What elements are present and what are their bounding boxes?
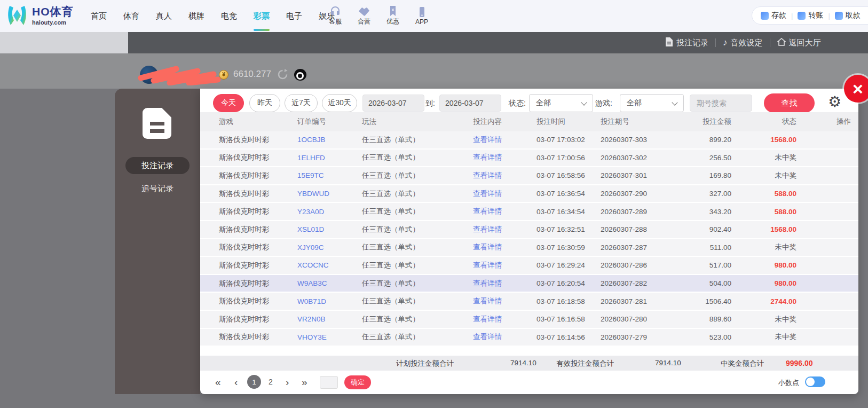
cell-amount: 343.20 bbox=[670, 208, 731, 216]
cell-amount: 899.20 bbox=[670, 136, 731, 144]
cell-game: 斯洛伐克时时彩 bbox=[219, 315, 297, 324]
nav-item[interactable]: 真人 bbox=[152, 0, 176, 32]
eye-icon[interactable] bbox=[294, 69, 306, 81]
close-icon[interactable]: × bbox=[844, 75, 868, 103]
cell-order-link[interactable]: YBDWUD bbox=[297, 190, 362, 198]
cell-detail-link[interactable]: 查看详情 bbox=[473, 135, 536, 145]
cell-period: 20260307-279 bbox=[601, 333, 670, 341]
brand-logo[interactable]: HO体育 haiouty.com bbox=[6, 4, 74, 29]
transfer-icon bbox=[798, 12, 806, 20]
nav-item[interactable]: 体育 bbox=[120, 0, 143, 32]
prev-page-button[interactable]: ‹ bbox=[234, 375, 238, 389]
planned-total-label: 计划投注金额合计 bbox=[396, 359, 454, 368]
cell-game: 斯洛伐克时时彩 bbox=[219, 261, 297, 270]
cell-detail-link[interactable]: 查看详情 bbox=[473, 296, 536, 306]
date-range-pill[interactable]: 近30天 bbox=[322, 94, 357, 112]
page-2-button[interactable]: 2 bbox=[269, 378, 273, 386]
confirm-page-button[interactable]: 确定 bbox=[344, 375, 371, 389]
cell-game: 斯洛伐克时时彩 bbox=[219, 189, 297, 199]
cell-order-link[interactable]: 1ELHFD bbox=[297, 154, 362, 162]
cell-detail-link[interactable]: 查看详情 bbox=[473, 207, 536, 216]
decimal-toggle[interactable] bbox=[805, 376, 825, 387]
cell-time: 03-07 16:58:56 bbox=[536, 171, 601, 179]
date-to-input[interactable] bbox=[439, 95, 501, 112]
cell-order-link[interactable]: Y23A0D bbox=[297, 208, 362, 216]
cell-period: 20260307-281 bbox=[601, 297, 670, 305]
nav-item[interactable]: 棋牌 bbox=[185, 0, 208, 32]
cell-order-link[interactable]: VHOY3E bbox=[297, 333, 362, 341]
main-nav: 首页体育真人棋牌电竞彩票电子娱乐 bbox=[87, 0, 338, 32]
deposit-button[interactable]: 存款 bbox=[761, 11, 786, 20]
gear-icon[interactable]: ⚙ bbox=[828, 93, 841, 111]
cell-play: 任三直选（单式） bbox=[362, 189, 473, 199]
cell-order-link[interactable]: VR2N0B bbox=[297, 315, 362, 323]
cell-detail-link[interactable]: 查看详情 bbox=[473, 261, 536, 270]
cell-amount: 256.50 bbox=[670, 154, 731, 162]
nav-item[interactable]: 首页 bbox=[87, 0, 111, 32]
date-range-pill[interactable]: 近7天 bbox=[285, 94, 318, 112]
cell-order-link[interactable]: XCOCNC bbox=[297, 261, 362, 269]
bet-records-link[interactable]: 投注记录 bbox=[665, 37, 708, 48]
cell-order-link[interactable]: XSL01D bbox=[297, 225, 362, 233]
withdraw-button[interactable]: 取款 bbox=[835, 11, 861, 20]
cell-game: 斯洛伐克时时彩 bbox=[219, 296, 297, 306]
cell-play: 任三直选（单式） bbox=[362, 261, 473, 270]
game-select[interactable]: 全部 bbox=[620, 94, 684, 112]
cell-amount: 523.00 bbox=[670, 333, 731, 341]
promotions-button[interactable]: ¥ 优惠 bbox=[382, 6, 404, 26]
cell-detail-link[interactable]: 查看详情 bbox=[473, 332, 536, 342]
date-range-pill[interactable]: 昨天 bbox=[249, 94, 280, 112]
cell-detail-link[interactable]: 查看详情 bbox=[473, 315, 536, 324]
next-page-button[interactable]: › bbox=[286, 375, 289, 389]
first-page-button[interactable]: « bbox=[215, 375, 221, 389]
transfer-button[interactable]: 转账 bbox=[798, 11, 823, 20]
cell-detail-link[interactable]: 查看详情 bbox=[473, 242, 536, 252]
side-tab[interactable]: 追号记录 bbox=[141, 180, 173, 197]
partnership-button[interactable]: 合营 bbox=[353, 6, 375, 26]
svg-text:¥: ¥ bbox=[391, 7, 394, 12]
nav-item[interactable]: 电竞 bbox=[217, 0, 241, 32]
table-row: 斯洛伐克时时彩 XCOCNC 任三直选（单式） 查看详情 03-07 16:29… bbox=[200, 257, 858, 275]
status-select[interactable]: 全部 bbox=[529, 94, 593, 112]
cell-play: 任三直选（单式） bbox=[362, 296, 473, 306]
side-tab[interactable]: 投注记录 bbox=[125, 157, 190, 174]
pagination: « ‹ 1 2 › » 确定 小数点 bbox=[200, 371, 858, 394]
cell-detail-link[interactable]: 查看详情 bbox=[473, 171, 536, 181]
cell-detail-link[interactable]: 查看详情 bbox=[473, 189, 536, 199]
cell-order-link[interactable]: 1OCBJB bbox=[297, 136, 362, 144]
search-button[interactable]: 查找 bbox=[764, 93, 815, 113]
valid-total-value: 7914.10 bbox=[655, 359, 681, 367]
cell-order-link[interactable]: 15E9TC bbox=[297, 171, 362, 179]
last-page-button[interactable]: » bbox=[302, 375, 307, 389]
cell-amount: 1506.40 bbox=[670, 297, 731, 305]
goto-page-input[interactable] bbox=[320, 376, 338, 389]
table-row: 斯洛伐克时时彩 1OCBJB 任三直选（单式） 查看详情 03-07 17:03… bbox=[200, 131, 858, 150]
cell-detail-link[interactable]: 查看详情 bbox=[473, 225, 536, 234]
customer-service-button[interactable]: 客服 bbox=[324, 6, 346, 26]
cell-detail-link[interactable]: 查看详情 bbox=[473, 279, 536, 288]
sound-settings-link[interactable]: ♪ 音效设定 bbox=[723, 37, 763, 48]
game-label: 游戏: bbox=[595, 99, 612, 108]
cell-time: 03-07 17:00:56 bbox=[536, 154, 601, 162]
page: HO体育 haiouty.com 首页体育真人棋牌电竞彩票电子娱乐 客服 合营 bbox=[0, 0, 868, 408]
back-to-lobby-link[interactable]: 返回大厅 bbox=[777, 38, 821, 48]
period-search-input[interactable] bbox=[690, 95, 752, 112]
cell-order-link[interactable]: XJY09C bbox=[297, 244, 362, 252]
balance-bar: ¥ 6610.277 投注记录 ♪ 音效设定 返回大厅 bbox=[0, 32, 868, 53]
cell-amount: 504.00 bbox=[670, 279, 731, 287]
chevron-down-icon bbox=[672, 99, 677, 105]
cell-detail-link[interactable]: 查看详情 bbox=[473, 153, 536, 162]
nav-item[interactable]: 电子 bbox=[282, 0, 306, 32]
app-download-button[interactable]: APP bbox=[411, 7, 433, 26]
cell-period: 20260307-282 bbox=[601, 279, 670, 287]
page-1-button[interactable]: 1 bbox=[247, 375, 261, 389]
cell-period: 20260307-286 bbox=[601, 261, 670, 269]
logo-icon bbox=[6, 4, 28, 29]
bet-records-modal: 今天昨天近7天近30天 到: 状态: 全部 游戏: 全部 查找 ⚙ 游戏 订单编… bbox=[200, 89, 858, 394]
date-from-input[interactable] bbox=[362, 95, 424, 112]
refresh-icon[interactable] bbox=[277, 69, 288, 82]
date-range-pill[interactable]: 今天 bbox=[213, 94, 244, 112]
cell-order-link[interactable]: W9AB3C bbox=[297, 279, 362, 287]
nav-item[interactable]: 彩票 bbox=[250, 0, 273, 32]
cell-order-link[interactable]: W0B71D bbox=[297, 297, 362, 305]
